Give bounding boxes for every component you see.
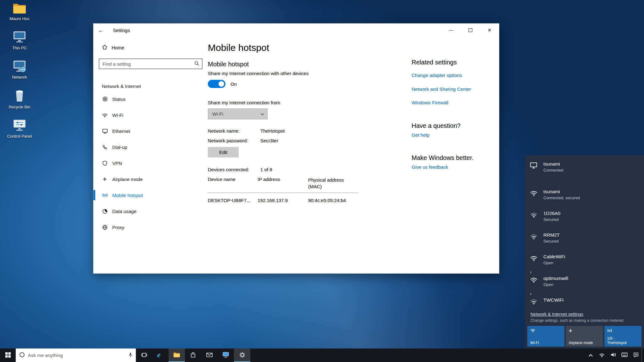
desktop-icon-user-folder[interactable]: Mauro Huc — [4, 3, 35, 21]
get-help-link[interactable]: Get help — [412, 132, 430, 138]
search-icon — [194, 61, 199, 67]
tray-volume-button[interactable] — [608, 348, 619, 362]
network-name-value: TheHotspot — [260, 128, 285, 134]
sidebar-item-label: Mobile hotspot — [112, 193, 143, 198]
network-name: optimumwifi — [543, 276, 568, 281]
network-item-ethernet[interactable]: tsunami Connected — [525, 159, 644, 181]
start-button[interactable] — [0, 348, 16, 362]
give-us-feedback-link[interactable]: Give us feedback — [412, 164, 448, 170]
wifi-tile[interactable]: Wi-Fi — [527, 326, 564, 347]
section-title: Mobile hotspot — [208, 61, 412, 68]
tray-action-center-button[interactable] — [630, 348, 641, 362]
page-title: Mobile hotspot — [208, 42, 412, 53]
store-icon — [190, 352, 196, 359]
task-view-button[interactable] — [136, 348, 152, 362]
sidebar-item-wifi[interactable]: Wi-Fi — [93, 109, 208, 121]
chevron-down-icon — [261, 112, 264, 115]
monitor-app-button[interactable] — [218, 348, 234, 362]
network-status: Open — [543, 282, 568, 287]
sidebar-item-label: Wi-Fi — [112, 112, 123, 118]
network-name: 1D26A0 — [543, 211, 560, 216]
network-item-wifi[interactable]: 1D26A0 Secured — [525, 209, 644, 230]
taskbar-search[interactable] — [16, 348, 136, 362]
taskbar: e — [0, 348, 644, 362]
device-name-cell: DESKTOP-UB8F7... — [208, 198, 258, 203]
cortana-icon — [19, 352, 25, 359]
folder-icon — [13, 3, 26, 15]
sidebar-item-ethernet[interactable]: Ethernet — [93, 125, 208, 137]
speaker-icon — [610, 352, 616, 358]
column-header: Device name — [208, 177, 258, 190]
mobile-hotspot-tile[interactable]: 1/8 - TheHotspot — [604, 326, 641, 347]
sidebar-item-dialup[interactable]: Dial-up — [93, 141, 208, 153]
sidebar-item-home[interactable]: Home — [102, 44, 208, 51]
mail-button[interactable] — [201, 348, 218, 362]
mail-icon — [206, 353, 213, 358]
wifi-icon — [530, 328, 536, 333]
network-name: CableWiFi — [543, 254, 565, 259]
back-button[interactable]: ← — [93, 24, 108, 37]
network-name: tsunami — [543, 189, 580, 194]
tray-network-button[interactable] — [596, 348, 608, 362]
desktop-icon-label: Network — [12, 75, 27, 80]
window-controls: ✕ — [441, 24, 499, 37]
edge-button[interactable]: e — [152, 348, 169, 362]
share-from-dropdown[interactable]: Wi-Fi — [208, 108, 268, 119]
network-item-wifi-open[interactable]: ! CableWiFi Open — [525, 252, 644, 274]
network-status: Open — [543, 261, 565, 265]
edge-icon: e — [157, 351, 164, 359]
network-internet-settings-link[interactable]: Network & Internet settings — [530, 312, 641, 317]
network-sharing-center-link[interactable]: Network and Sharing Center — [412, 86, 471, 92]
network-name: TWCWiFi — [543, 297, 564, 303]
close-button[interactable]: ✕ — [480, 24, 499, 37]
network-status: Connected — [543, 168, 563, 173]
network-item-wifi-open[interactable]: ! optimumwifi Open — [525, 274, 644, 295]
sidebar-item-vpn[interactable]: VPN — [93, 157, 208, 169]
network-list: tsunami Connected tsunami Connected, sec… — [525, 155, 644, 317]
desktop-icon-network[interactable]: Network — [4, 60, 35, 80]
sidebar-item-label: VPN — [112, 161, 122, 166]
edit-button[interactable]: Edit — [208, 147, 239, 157]
desktop-icon-recycle-bin[interactable]: Recycle Bin — [4, 89, 35, 109]
settings-button[interactable] — [234, 348, 250, 362]
change-adapter-options-link[interactable]: Change adapter options — [412, 73, 462, 78]
desktop-icon-label: This PC — [12, 46, 27, 50]
phone-icon — [102, 145, 108, 150]
microphone-icon[interactable] — [128, 352, 133, 359]
wifi-icon — [530, 190, 539, 209]
sidebar-item-airplane-mode[interactable]: ✈ Airplane mode — [93, 173, 208, 185]
settings-search-input[interactable] — [103, 61, 194, 67]
airplane-mode-tile[interactable]: ✈ Airplane mode — [566, 326, 603, 347]
file-explorer-button[interactable] — [169, 348, 185, 362]
sidebar-item-label: Home — [112, 45, 124, 50]
wifi-icon — [530, 233, 539, 252]
network-item-wifi[interactable]: tsunami Connected, secured — [525, 187, 644, 209]
desktop-icon-control-panel[interactable]: Control Panel — [4, 119, 35, 139]
taskbar-search-input[interactable] — [28, 353, 125, 358]
settings-search-box[interactable] — [99, 58, 203, 69]
sidebar-item-proxy[interactable]: Proxy — [93, 221, 208, 233]
sidebar-item-data-usage[interactable]: Data usage — [93, 205, 208, 217]
desktop-icon-label: Mauro Huc — [9, 16, 30, 21]
sidebar-item-mobile-hotspot[interactable]: Mobile hotspot — [93, 189, 208, 201]
network-item-wifi[interactable]: RRM2T Secured — [525, 230, 644, 252]
hotspot-toggle[interactable] — [208, 80, 225, 88]
open-network-badge: ! — [529, 271, 532, 274]
tray-show-hidden-icons-button[interactable] — [585, 348, 596, 362]
network-password-value: Secr3ter — [260, 138, 278, 143]
settings-window: ← Settings ✕ Home — [93, 23, 499, 274]
wifi-icon — [102, 112, 108, 118]
monitor-app-icon — [223, 352, 229, 359]
maximize-button[interactable] — [461, 24, 480, 37]
tray-touch-keyboard-button[interactable] — [619, 348, 630, 362]
desktop: Mauro Huc This PC Network Recycle Bin Co… — [0, 0, 644, 362]
network-password-label: Network password: — [208, 138, 260, 143]
home-icon — [102, 44, 108, 51]
ethernet-icon — [530, 162, 539, 181]
desktop-icon-this-pc[interactable]: This PC — [4, 30, 35, 50]
show-desktop-button[interactable] — [641, 348, 644, 362]
store-button[interactable] — [185, 348, 201, 362]
minimize-button[interactable] — [441, 24, 461, 37]
windows-firewall-link[interactable]: Windows Firewall — [412, 100, 448, 105]
sidebar-item-status[interactable]: Status — [93, 93, 208, 105]
